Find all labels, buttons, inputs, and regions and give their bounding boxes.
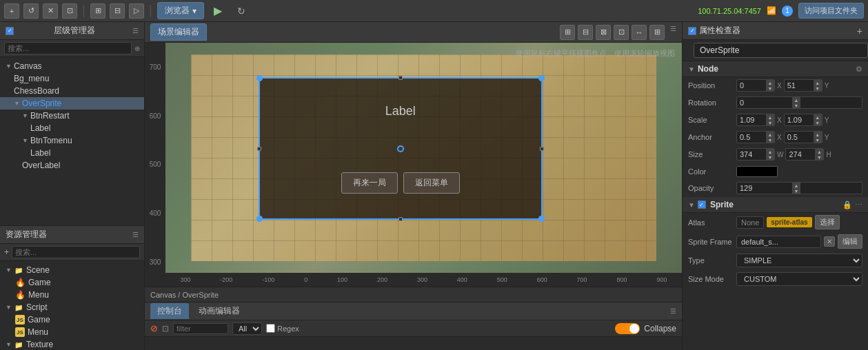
scene-tool3[interactable]: ⊠: [596, 25, 611, 40]
handle-tm[interactable]: [398, 76, 403, 80]
bookmark-btn[interactable]: ⊡: [62, 3, 77, 19]
size-h-up[interactable]: ▲: [815, 149, 823, 154]
tree-item-canvas[interactable]: ▼ Canvas: [0, 60, 144, 72]
scene-editor-tab[interactable]: 场景编辑器: [150, 23, 207, 41]
collapse-toggle[interactable]: [615, 323, 640, 334]
asset-game2[interactable]: JS Game: [0, 313, 144, 326]
sprite-section-header[interactable]: ▼ ✓ Sprite 🔒 ⋯: [683, 197, 868, 213]
asset-scene-folder[interactable]: ▼ 📁 Scene: [0, 264, 144, 276]
size-w-up[interactable]: ▲: [766, 149, 774, 154]
scale-y-input[interactable]: [785, 115, 814, 125]
tree-item-bgmenu[interactable]: Bg_menu: [0, 72, 144, 85]
rotation-input[interactable]: [737, 98, 792, 107]
reload-button[interactable]: ↻: [232, 1, 251, 21]
close-btn[interactable]: ✕: [43, 3, 58, 19]
sprite-lock-icon[interactable]: 🔒: [842, 200, 852, 209]
size-mode-select[interactable]: CUSTOM: [736, 272, 862, 286]
asset-search-input[interactable]: [12, 246, 140, 258]
add-component-icon[interactable]: +: [857, 25, 862, 37]
size-w-input[interactable]: [737, 150, 766, 159]
handle-bm[interactable]: [398, 217, 403, 221]
layout-btn[interactable]: ⊞: [90, 3, 105, 19]
layer-search-input[interactable]: [4, 42, 132, 54]
scale-x-input[interactable]: [737, 115, 766, 125]
handle-mr[interactable]: [540, 147, 544, 151]
copy-icon[interactable]: ⊡: [162, 324, 169, 333]
inspector-checkbox[interactable]: ✓: [688, 27, 696, 35]
regex-checkbox[interactable]: [266, 324, 275, 333]
handle-tl[interactable]: [256, 75, 263, 81]
anchor-y-spinbox[interactable]: ▲▼: [784, 131, 822, 143]
visit-project-button[interactable]: 访问项目文件夹: [798, 3, 864, 19]
scale-x-up[interactable]: ▲: [766, 114, 774, 120]
menu-button[interactable]: 返回菜单: [403, 172, 460, 194]
size-h-input[interactable]: [786, 150, 815, 159]
regex-checkbox-label[interactable]: Regex: [266, 324, 299, 333]
scene-menu-icon[interactable]: ☰: [670, 25, 676, 40]
layer-menu-icon[interactable]: ☰: [132, 27, 139, 34]
scale-y-down[interactable]: ▼: [814, 120, 822, 125]
oversprite-box[interactable]: Label 再来一局 返回菜单: [259, 77, 543, 220]
opacity-spinbox[interactable]: ▲▼: [736, 182, 862, 194]
position-x-input[interactable]: [737, 81, 766, 90]
atlas-select-button[interactable]: 选择: [815, 215, 840, 229]
position-y-spinbox[interactable]: ▲▼: [784, 79, 822, 92]
asset-script-folder[interactable]: ▼ 📁 Script: [0, 301, 144, 313]
scale-y-up[interactable]: ▲: [814, 114, 822, 120]
tree-item-label2[interactable]: Label: [0, 147, 144, 159]
size-w-down[interactable]: ▼: [766, 154, 774, 160]
node-section-gear-icon[interactable]: ⚙: [856, 65, 862, 74]
position-x-spinbox[interactable]: ▲▼: [736, 79, 775, 92]
sprite-check[interactable]: ✓: [698, 200, 706, 209]
layer-search-extra-icon[interactable]: ⊕: [134, 45, 140, 52]
anchor-y-input[interactable]: [785, 132, 814, 142]
node-name-input[interactable]: [694, 43, 868, 58]
scale-x-down[interactable]: ▼: [766, 120, 774, 125]
browser-button[interactable]: 浏览器 ▾: [157, 2, 204, 19]
pos-y-up[interactable]: ▲: [814, 80, 822, 85]
handle-bl[interactable]: [256, 216, 263, 222]
add-btn[interactable]: +: [4, 3, 19, 19]
color-swatch[interactable]: [736, 166, 778, 177]
add-asset-icon[interactable]: +: [4, 247, 9, 257]
scene-tool4[interactable]: ⊡: [614, 25, 629, 40]
anchor-y-up[interactable]: ▲: [814, 132, 822, 137]
anchor-x-up[interactable]: ▲: [766, 132, 774, 137]
sprite-frame-x-icon[interactable]: ✕: [824, 236, 835, 247]
restart-button[interactable]: 再来一局: [341, 172, 398, 194]
opacity-up[interactable]: ▲: [792, 183, 800, 188]
type-select[interactable]: SIMPLE: [736, 254, 862, 267]
scene-tool6[interactable]: ⊞: [649, 25, 665, 40]
rot-up[interactable]: ▲: [792, 97, 800, 103]
size-h-spinbox[interactable]: ▲▼: [785, 148, 824, 161]
tree-item-btnrestart[interactable]: ▼ BtnRestart: [0, 110, 144, 122]
asset-menu-icon[interactable]: ☰: [132, 231, 139, 238]
scene-view[interactable]: 700 600 500 400 300: [145, 43, 682, 287]
asset-texture-folder[interactable]: ▼ 📁 Texture: [0, 338, 144, 350]
console-menu-icon[interactable]: ☰: [670, 307, 676, 315]
anchor-x-input[interactable]: [737, 132, 766, 142]
pos-x-up[interactable]: ▲: [766, 80, 774, 85]
log-level-select[interactable]: All: [232, 322, 262, 335]
node-section-header[interactable]: ▼ Node ⚙: [683, 61, 868, 77]
anchor-y-down[interactable]: ▼: [814, 137, 822, 143]
scene-tool2[interactable]: ⊟: [578, 25, 593, 40]
pos-y-down[interactable]: ▼: [814, 85, 822, 91]
pos-x-down[interactable]: ▼: [766, 85, 774, 91]
handle-ml[interactable]: [257, 147, 261, 151]
position-y-input[interactable]: [785, 81, 814, 90]
opacity-down[interactable]: ▼: [792, 188, 800, 194]
clear-console-icon[interactable]: ⊘: [150, 323, 158, 333]
tree-item-overlabel[interactable]: OverLabel: [0, 159, 144, 172]
asset-game1[interactable]: 🔥 Game: [0, 276, 144, 289]
handle-tr[interactable]: [538, 75, 545, 81]
sprite-frame-edit-button[interactable]: 编辑: [838, 234, 862, 249]
size-h-down[interactable]: ▼: [815, 154, 823, 160]
refresh-btn[interactable]: ↺: [23, 3, 39, 19]
sprite-more-icon[interactable]: ⋯: [855, 200, 862, 209]
play2-btn[interactable]: ▷: [129, 3, 144, 19]
play-button[interactable]: ▶: [208, 1, 228, 21]
rotation-spinbox[interactable]: ▲▼: [736, 96, 862, 109]
size-w-spinbox[interactable]: ▲▼: [736, 148, 775, 161]
console-tab-main[interactable]: 控制台: [150, 303, 189, 319]
